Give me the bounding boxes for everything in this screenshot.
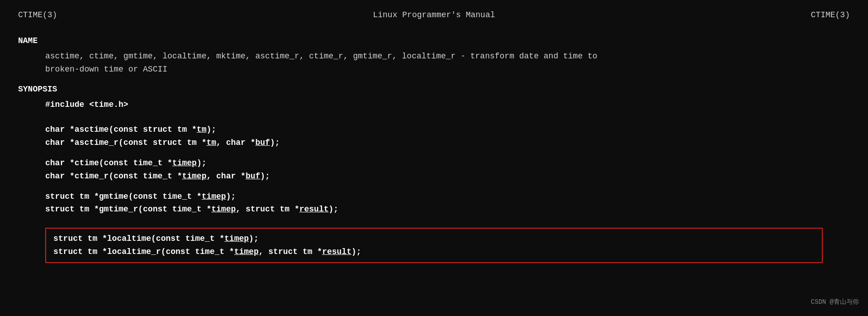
gmtime-timep-underline: timep (202, 192, 226, 201)
name-label: NAME (18, 35, 850, 47)
name-section: NAME asctime, ctime, gmtime, localtime, … (18, 35, 850, 76)
localtime-r-timep-underline: timep (234, 247, 259, 256)
name-line1: asctime, ctime, gmtime, localtime, mktim… (45, 50, 850, 63)
localtime-line1: struct tm *localtime(const time_t *timep… (53, 232, 815, 245)
header-center: Linux Programmer's Manual (373, 9, 495, 21)
gmtime-line1: struct tm *gmtime(const time_t *timep); (45, 190, 850, 203)
asctime-tm-underline: tm (197, 125, 207, 134)
asctime-line1: char *asctime(const struct tm *tm); (45, 123, 850, 136)
asctime-r-buf-underline: buf (256, 138, 270, 147)
asctime-group: char *asctime(const struct tm *tm); char… (45, 123, 850, 149)
ctime-group: char *ctime(const time_t *timep); char *… (45, 157, 850, 183)
gmtime-r-line: struct tm *gmtime_r(const time_t *timep,… (45, 203, 850, 216)
gmtime-r-timep-underline: timep (211, 205, 236, 214)
name-content: asctime, ctime, gmtime, localtime, mktim… (18, 50, 850, 76)
synopsis-section: SYNOPSIS #include <time.h> char *asctime… (18, 83, 850, 263)
include-line: #include <time.h> (45, 98, 850, 111)
localtime-r-result-underline: result (322, 247, 351, 256)
watermark: CSDN @青山与你 (811, 297, 859, 307)
ctime-r-timep-underline: timep (182, 172, 206, 181)
header-right: CTIME(3) (811, 9, 850, 21)
synopsis-label: SYNOPSIS (18, 83, 850, 96)
localtime-highlighted-box: struct tm *localtime(const time_t *timep… (45, 228, 823, 263)
ctime-r-line: char *ctime_r(const time_t *timep, char … (45, 170, 850, 183)
name-line2: broken-down time or ASCII (45, 63, 850, 76)
asctime-r-tm-underline: tm (206, 138, 216, 147)
gmtime-r-result-underline: result (299, 205, 329, 214)
ctime-line1: char *ctime(const time_t *timep); (45, 157, 850, 170)
ctime-timep-underline: timep (172, 158, 197, 168)
manual-header: CTIME(3) Linux Programmer's Manual CTIME… (18, 9, 850, 21)
localtime-r-line: struct tm *localtime_r(const time_t *tim… (53, 245, 815, 259)
ctime-r-buf-underline: buf (246, 172, 260, 181)
gmtime-group: struct tm *gmtime(const time_t *timep); … (45, 190, 850, 216)
localtime-timep-underline: timep (224, 234, 249, 243)
header-left: CTIME(3) (18, 9, 57, 21)
synopsis-content: #include <time.h> char *asctime(const st… (18, 98, 850, 263)
asctime-r-line: char *asctime_r(const struct tm *tm, cha… (45, 136, 850, 149)
